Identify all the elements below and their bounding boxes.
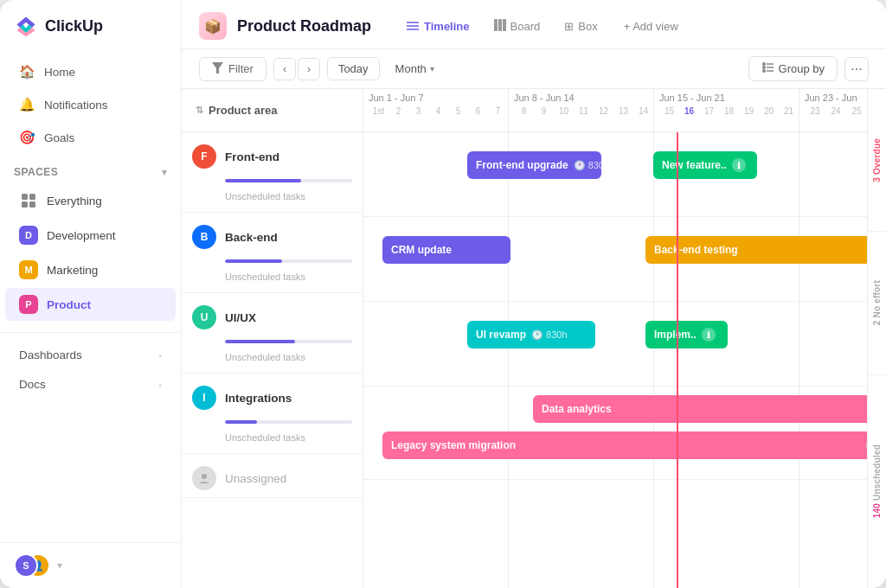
task-bar-backend-testing[interactable]: Back-end testing [645, 236, 867, 264]
group-by-label: Group by [779, 62, 825, 75]
gantt-container: ⇅ Product area F Front-end Unscheduled t… [182, 89, 886, 588]
progress-fill-backend [225, 259, 282, 263]
right-label-unscheduled: 140 Unscheduled [868, 375, 886, 588]
chevron-down-icon[interactable]: ▾ [57, 559, 62, 572]
marketing-badge: M [19, 260, 38, 279]
task-bar-new-feature[interactable]: New feature.. ℹ [653, 151, 757, 179]
nav-next-button[interactable]: › [298, 58, 320, 80]
toolbar: Filter ‹ › Today Month ▾ Group by ··· [182, 49, 886, 89]
sidebar-item-development[interactable]: D Development [5, 219, 176, 252]
row-label-backend: Back-end [225, 231, 278, 244]
task-bar-data-analytics[interactable]: Data analytics [533, 395, 867, 423]
chevron-down-icon: ▾ [430, 64, 434, 74]
info-icon: ℹ [702, 328, 716, 342]
row-header-integrations[interactable]: I Integrations [182, 374, 363, 417]
chevron-icon[interactable]: ▾ [162, 167, 167, 178]
tab-label: Timeline [424, 20, 470, 33]
nav-prev-button[interactable]: ‹ [273, 58, 296, 80]
clickup-logo-icon [14, 14, 38, 38]
sidebar-item-everything[interactable]: Everything [5, 184, 176, 217]
gantt-column-header: ⇅ Product area [182, 89, 363, 132]
nav-arrows: ‹ › [273, 58, 320, 80]
svg-rect-5 [22, 201, 28, 208]
task-row-frontend: Front-end upgrade 🕐 830h New feature.. ℹ [363, 132, 867, 217]
sidebar-item-label: Product [47, 298, 91, 311]
avatar-frontend: F [192, 144, 216, 169]
svg-point-14 [762, 62, 766, 66]
unscheduled-label-backend: Unscheduled tasks [182, 268, 363, 292]
topbar: 📦 Product Roadmap Timeline Board ⊞ [182, 0, 886, 49]
filter-icon [212, 62, 223, 76]
gantt-row-labels: F Front-end Unscheduled tasks B Back-end [182, 132, 363, 588]
task-bar-ui-revamp[interactable]: UI revamp 🕐 830h [467, 321, 595, 348]
sidebar-item-dashboards[interactable]: Dashboards › [5, 341, 176, 369]
add-view-button[interactable]: + Add view [613, 16, 689, 37]
task-row-unassigned [363, 480, 867, 523]
week-header-2: Jun 8 - Jun 14 8 9 10 11 12 13 14 [509, 89, 654, 131]
bell-icon: 🔔 [19, 97, 35, 112]
sidebar-item-label: Goals [44, 131, 74, 144]
sidebar-item-docs[interactable]: Docs › [5, 370, 176, 399]
sidebar-bottom-section: Dashboards › Docs › [0, 332, 181, 399]
progress-bar-integrations [225, 420, 352, 424]
svg-rect-3 [22, 194, 28, 200]
week-header-3: Jun 15 - Jun 21 15 16 17 18 19 20 21 [654, 89, 799, 131]
progress-fill-uiux [225, 340, 295, 343]
task-bar-legacy-migration[interactable]: Legacy system migration 🕐 830h [382, 431, 867, 459]
sidebar-item-marketing[interactable]: M Marketing [5, 253, 176, 286]
row-group-backend: B Back-end Unscheduled tasks [182, 213, 363, 293]
spaces-section-header: Spaces ▾ [0, 154, 181, 183]
row-header-frontend[interactable]: F Front-end [182, 132, 363, 176]
sidebar-item-home[interactable]: 🏠 Home [5, 56, 176, 87]
avatar-group: S 👤 [14, 553, 50, 578]
sidebar-item-notifications[interactable]: 🔔 Notifications [5, 89, 176, 120]
row-group-integrations: I Integrations Unscheduled tasks [182, 374, 363, 454]
timeline-icon [406, 18, 420, 35]
more-options-button[interactable]: ··· [844, 57, 869, 81]
progress-bar-backend [225, 259, 352, 263]
svg-point-16 [762, 69, 766, 73]
unscheduled-label-uiux: Unscheduled tasks [182, 348, 363, 373]
everything-icon [19, 191, 38, 210]
filter-button[interactable]: Filter [199, 57, 266, 81]
sort-icon: ⇅ [196, 105, 203, 116]
group-by-button[interactable]: Group by [748, 56, 838, 81]
tab-board[interactable]: Board [484, 15, 551, 38]
sidebar-item-label: Home [44, 66, 75, 79]
goals-icon: 🎯 [19, 130, 35, 145]
progress-fill-integrations [225, 420, 257, 424]
tab-timeline[interactable]: Timeline [395, 14, 480, 39]
svg-rect-6 [29, 201, 35, 208]
task-bar-frontend-upgrade[interactable]: Front-end upgrade 🕐 830h [467, 151, 601, 179]
task-row-integrations: Data analytics Legacy system migration 🕐… [363, 387, 867, 480]
row-header-uiux[interactable]: U UI/UX [182, 293, 363, 336]
month-label: Month [395, 62, 427, 75]
today-button[interactable]: Today [327, 57, 380, 80]
box-icon: ⊞ [564, 20, 574, 33]
home-icon: 🏠 [19, 64, 35, 80]
month-selector[interactable]: Month ▾ [387, 58, 443, 80]
add-view-label: + Add view [624, 20, 678, 33]
task-bar-crm-update[interactable]: CRM update [382, 236, 510, 264]
gantt-chart: Jun 1 - Jun 7 1st 2 3 4 5 6 7 [363, 89, 867, 588]
row-header-backend[interactable]: B Back-end [182, 213, 363, 256]
sidebar-item-goals[interactable]: 🎯 Goals [5, 122, 176, 153]
development-badge: D [19, 226, 38, 245]
svg-rect-10 [494, 19, 498, 31]
board-icon [494, 19, 506, 34]
unscheduled-label-integrations: Unscheduled tasks [182, 429, 363, 453]
sidebar-item-product[interactable]: P Product [5, 288, 176, 321]
gantt-left-panel: ⇅ Product area F Front-end Unscheduled t… [182, 89, 363, 588]
tab-label: Box [578, 20, 597, 33]
tab-box[interactable]: ⊞ Box [554, 16, 607, 37]
sidebar-item-label: Dashboards [19, 348, 82, 361]
svg-rect-12 [503, 19, 506, 31]
avatar-uiux: U [192, 305, 216, 329]
task-bar-implement[interactable]: Implem.. ℹ [645, 321, 728, 348]
group-by-icon [761, 61, 774, 76]
svg-marker-13 [212, 62, 223, 74]
sidebar-item-label: Docs [19, 378, 46, 391]
row-header-unassigned[interactable]: Unassigned [182, 454, 363, 497]
right-label-overdue: 3 Overdue [868, 89, 886, 232]
info-icon: ℹ [732, 158, 746, 172]
